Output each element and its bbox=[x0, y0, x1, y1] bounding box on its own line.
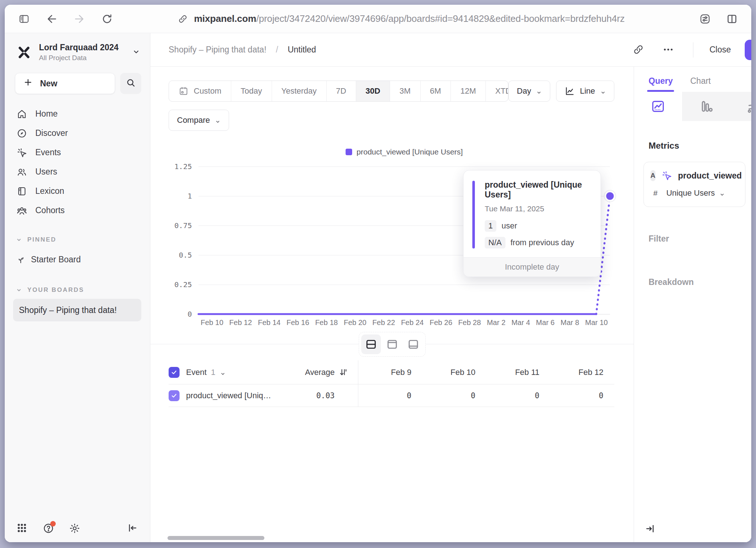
reload-icon[interactable] bbox=[101, 13, 113, 25]
y-tick-label: 0.5 bbox=[161, 251, 192, 259]
x-tick-label: Feb 26 bbox=[430, 318, 452, 329]
apps-grid-icon[interactable] bbox=[16, 522, 28, 534]
layout-chart-bottom-button[interactable] bbox=[403, 334, 423, 354]
expand-panel-icon[interactable] bbox=[645, 523, 656, 534]
sidebar-item-label: Users bbox=[35, 167, 57, 177]
series-endpoint-dot[interactable] bbox=[606, 192, 614, 200]
event-column-header[interactable]: Event bbox=[186, 368, 206, 377]
pinned-section-title: PINNED bbox=[27, 236, 56, 243]
layout-split-button[interactable] bbox=[361, 334, 381, 354]
table-row[interactable]: product_viewed [Uniq… 0.03 0 0 0 0 bbox=[169, 384, 614, 407]
date-column-header[interactable]: Feb 11 bbox=[487, 368, 551, 377]
row-cell-value: 0 bbox=[487, 391, 551, 400]
project-switcher[interactable]: Lord Farquaad 2024 All Project Data bbox=[5, 43, 150, 62]
range-6m[interactable]: 6M bbox=[421, 81, 451, 101]
legend-swatch bbox=[346, 149, 352, 155]
breadcrumb-separator: / bbox=[276, 45, 278, 55]
browser-toolbar: mixpanel.com/project/3472420/view/397469… bbox=[5, 5, 751, 33]
sidebar-toggle-icon[interactable] bbox=[18, 13, 30, 25]
mixpanel-logo-icon bbox=[16, 44, 32, 61]
filter-section-title[interactable]: Filter bbox=[649, 234, 751, 244]
sidebar-item-home[interactable]: Home bbox=[5, 104, 150, 124]
sidebar-item-label: Home bbox=[35, 109, 58, 119]
pinned-section-header[interactable]: PINNED bbox=[5, 236, 150, 243]
layout-chart-top-button[interactable] bbox=[382, 334, 402, 354]
range-today[interactable]: Today bbox=[231, 81, 272, 101]
extensions-icon[interactable] bbox=[699, 13, 711, 25]
breakdown-section-title[interactable]: Breakdown bbox=[649, 277, 751, 287]
average-column-header[interactable]: Average bbox=[305, 368, 335, 377]
board-header: Shopify – Piping that data! / Untitled C… bbox=[150, 33, 751, 67]
chart-type-dropdown[interactable]: Line bbox=[556, 81, 614, 102]
your-boards-section-header[interactable]: YOUR BOARDS bbox=[5, 286, 150, 294]
back-icon[interactable] bbox=[46, 13, 58, 25]
forward-icon[interactable] bbox=[73, 13, 86, 25]
board-link-label: Starter Board bbox=[31, 255, 81, 265]
range-30d-active[interactable]: 30D bbox=[356, 81, 390, 101]
tab-query[interactable]: Query bbox=[649, 76, 673, 92]
chevron-down-icon bbox=[220, 369, 226, 375]
breadcrumb-board[interactable]: Shopify – Piping that data! bbox=[169, 45, 267, 55]
close-button[interactable]: Close bbox=[709, 45, 731, 55]
sort-icon[interactable] bbox=[338, 368, 348, 377]
x-tick-label: Feb 16 bbox=[287, 318, 309, 329]
x-tick-label: Feb 12 bbox=[229, 318, 252, 329]
compare-dropdown[interactable]: Compare bbox=[169, 110, 229, 131]
copy-link-icon[interactable] bbox=[633, 44, 645, 56]
range-yesterday[interactable]: Yesterday bbox=[272, 81, 327, 101]
select-all-checkbox[interactable] bbox=[169, 367, 180, 378]
sidebar-footer bbox=[5, 514, 150, 542]
row-average-value: 0.03 bbox=[316, 391, 335, 400]
sidebar-item-users[interactable]: Users bbox=[5, 162, 150, 181]
flows-tile-button[interactable] bbox=[730, 92, 751, 121]
sidebar-item-discover[interactable]: Discover bbox=[5, 124, 150, 143]
metric-event-name: product_viewed bbox=[678, 171, 742, 181]
chart-type-label: Line bbox=[580, 86, 595, 96]
x-tick-label: Feb 28 bbox=[458, 318, 481, 329]
sidebar-item-board-shopify[interactable]: Shopify – Piping that data! bbox=[13, 299, 141, 321]
range-7d[interactable]: 7D bbox=[327, 81, 356, 101]
horizontal-scrollbar-thumb[interactable] bbox=[168, 536, 264, 540]
sidebar-nav: Home Discover Events Users Lexicon bbox=[5, 104, 150, 220]
range-12m[interactable]: 12M bbox=[451, 81, 486, 101]
aggregation-dropdown[interactable]: Unique Users bbox=[666, 188, 725, 198]
more-options-icon[interactable] bbox=[662, 44, 675, 56]
project-scope: All Project Data bbox=[39, 54, 119, 62]
split-view-icon[interactable] bbox=[726, 13, 738, 25]
metric-card[interactable]: A product_viewed # Unique Users bbox=[643, 162, 745, 207]
granularity-dropdown[interactable]: Day bbox=[508, 81, 550, 102]
settings-gear-icon[interactable] bbox=[69, 522, 80, 534]
chevron-down-icon bbox=[536, 88, 542, 94]
y-tick-label: 0 bbox=[161, 310, 192, 318]
tab-chart[interactable]: Chart bbox=[690, 76, 710, 92]
x-tick-label: Mar 6 bbox=[536, 318, 555, 329]
range-xtd[interactable]: XTD bbox=[486, 81, 508, 101]
funnels-tile-button[interactable] bbox=[682, 92, 730, 121]
y-tick-label: 1 bbox=[161, 192, 192, 200]
range-custom[interactable]: Custom bbox=[169, 81, 231, 101]
line-chart-icon bbox=[564, 86, 575, 96]
search-button[interactable] bbox=[120, 73, 141, 94]
date-column-header[interactable]: Feb 12 bbox=[550, 368, 614, 377]
help-icon[interactable] bbox=[43, 522, 54, 534]
url-bar[interactable]: mixpanel.com/project/3472420/view/397469… bbox=[113, 13, 688, 25]
row-checkbox[interactable] bbox=[169, 390, 180, 401]
event-cursor-icon bbox=[661, 170, 672, 181]
sidebar-item-starter-board[interactable]: Starter Board bbox=[5, 248, 150, 270]
sidebar-item-events[interactable]: Events bbox=[5, 143, 150, 162]
chart-type-tiles bbox=[634, 92, 751, 121]
metrics-title: Metrics bbox=[649, 141, 751, 151]
row-cell-value: 0 bbox=[358, 391, 422, 400]
date-column-header[interactable]: Feb 10 bbox=[422, 368, 487, 377]
breadcrumb-page[interactable]: Untitled bbox=[288, 45, 316, 55]
new-button[interactable]: New bbox=[15, 73, 115, 94]
sidebar-item-cohorts[interactable]: Cohorts bbox=[5, 201, 150, 220]
date-column-header[interactable]: Feb 9 bbox=[358, 368, 422, 377]
chevron-down-icon bbox=[600, 88, 606, 94]
book-icon bbox=[16, 186, 27, 197]
sidebar-item-lexicon[interactable]: Lexicon bbox=[5, 181, 150, 201]
collapse-sidebar-icon[interactable] bbox=[127, 522, 138, 534]
save-button-partial[interactable] bbox=[745, 40, 751, 60]
insights-tile-button[interactable] bbox=[634, 92, 682, 121]
range-3m[interactable]: 3M bbox=[390, 81, 421, 101]
